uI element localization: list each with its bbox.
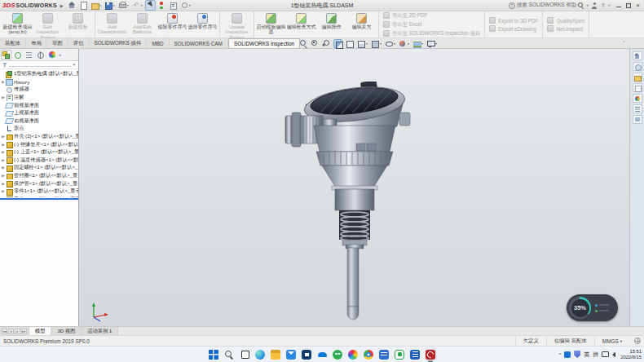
edit-vendors-button[interactable]: 编辑卖方	[346, 12, 377, 29]
display-style-button[interactable]: ▾	[369, 39, 382, 48]
graphics-area[interactable]: 35%	[79, 49, 629, 326]
help-icon[interactable]: ?	[601, 2, 604, 8]
ime-pinyin-indicator[interactable]: 拼	[593, 351, 598, 359]
zoom-to-fit-button[interactable]	[298, 39, 309, 48]
tab-scroll-button[interactable]: ▸▸	[21, 329, 27, 334]
tree-item[interactable]: ▶注解	[0, 94, 78, 102]
tree-item[interactable]: ▶(-) 绝缘垫片<1> (默认<<默认>_显	[0, 140, 78, 148]
rebuild-button[interactable]	[157, 0, 167, 11]
tree-item[interactable]: ▶(-) 温度传感器<1> (默认<<默认>_	[0, 157, 78, 165]
minimize-button[interactable]	[616, 3, 621, 8]
document-tab-3[interactable]: 运动算例 1	[82, 327, 118, 335]
docs-app-taskbar-button[interactable]	[394, 348, 406, 360]
login-user-icon[interactable]	[591, 2, 598, 9]
new-document-button[interactable]	[78, 0, 89, 11]
tree-item[interactable]: 1型铠装热电偶 (默认<默认_显示状-1	[0, 70, 78, 78]
dropdown-caret-icon[interactable]: ▾	[189, 3, 191, 7]
task-view-taskbar-button[interactable]	[239, 348, 251, 360]
search-caret-icon[interactable]: ▾	[586, 3, 588, 7]
tree-item[interactable]: ▶固定螺栓<1> (默认<<默认>_显示状	[0, 164, 78, 172]
tree-item[interactable]: ▶零件1<1> (默认<<默认>_显示状态	[0, 188, 78, 196]
dropdown-caret-icon[interactable]: ▾	[408, 42, 409, 46]
dropdown-caret-icon[interactable]: ▾	[380, 42, 382, 46]
file-properties-button[interactable]	[168, 0, 179, 11]
tab-草图[interactable]: 草图	[47, 38, 68, 48]
tree-item[interactable]: ▶(-) 上盖<1> (默认<<默认>_显示状	[0, 148, 78, 157]
dropdown-caret-icon[interactable]: ▾	[366, 42, 368, 46]
tree-filter[interactable]: ▼	[0, 61, 78, 69]
word-taskbar-button[interactable]	[409, 348, 421, 360]
filter-caret-icon[interactable]: ▼	[73, 63, 76, 67]
close-button[interactable]: ×	[636, 3, 640, 8]
help-caret-icon[interactable]: ▾	[608, 3, 610, 7]
tab-scroll-button[interactable]: ◂◂	[2, 329, 7, 334]
filter-input[interactable]	[9, 64, 71, 67]
open-document-button[interactable]: ▾	[90, 0, 103, 11]
menu-expand-arrow-icon[interactable]: ▶	[60, 3, 64, 8]
document-tab-2[interactable]: 3D 视图	[51, 327, 82, 335]
tab-布局[interactable]: 布局	[26, 38, 47, 48]
remove-balloons-button[interactable]: 移除零件序号	[157, 12, 187, 29]
dropdown-caret-icon[interactable]: ▾	[113, 3, 115, 7]
store-taskbar-button[interactable]	[301, 348, 313, 360]
select-button[interactable]	[145, 0, 156, 11]
tab-装配体[interactable]: 装配体	[0, 38, 26, 48]
design-library-icon[interactable]	[633, 62, 642, 71]
edit-methods-button[interactable]: 编辑检查方式	[286, 12, 316, 29]
collapse-commandmanager-icon[interactable]: ⌃	[622, 40, 626, 46]
view-palette-icon[interactable]	[633, 83, 642, 92]
undo-button[interactable]: ↶▾	[131, 0, 144, 11]
template-editor-button[interactable]: 启动模板编辑器	[256, 12, 286, 35]
select-balloons-button[interactable]: 选择零件序号	[187, 12, 218, 29]
solidworks-forum-icon[interactable]	[633, 115, 642, 124]
view-orientation-button[interactable]: ▾	[355, 39, 368, 48]
dropdown-caret-icon[interactable]: ▾	[435, 42, 437, 46]
dropdown-caret-icon[interactable]: ▾	[127, 3, 129, 7]
tab-scroll-button[interactable]: ▸	[15, 329, 20, 334]
edit-appearance-button[interactable]: ▾	[397, 39, 410, 48]
clock[interactable]: 15:51 2022/8/15	[620, 349, 642, 360]
dimxpertmanager-tab[interactable]	[35, 50, 46, 60]
messaging-app-taskbar-button[interactable]	[332, 348, 344, 360]
onedrive-taskbar-button[interactable]	[316, 348, 329, 360]
section-view-button[interactable]	[333, 39, 343, 48]
mail-taskbar-button[interactable]	[285, 348, 298, 360]
ime-language-indicator[interactable]: 英	[584, 351, 589, 359]
tree-item[interactable]: ▶外壳 (2)<1> (默认<<默认>_显示状	[0, 133, 78, 141]
new-inspection-button[interactable]: 新建检查项目 (amp,fri)	[2, 12, 33, 35]
tab-scroll-button[interactable]: ◂	[8, 329, 14, 334]
view-settings-button[interactable]: ▾	[425, 39, 438, 48]
file-explorer-icon[interactable]	[633, 73, 642, 82]
security-shield-icon[interactable]	[574, 351, 580, 358]
panel-tabs-overflow-icon[interactable]: »	[58, 52, 62, 57]
print-button[interactable]: ▾	[117, 0, 130, 11]
search-taskbar-button[interactable]	[223, 348, 236, 360]
tree-item[interactable]: ▶保护管<1> (默认<<默认>_显示状	[0, 179, 78, 188]
save-button[interactable]: ▾	[104, 0, 117, 11]
home-button[interactable]	[67, 0, 77, 11]
tree-item[interactable]: ▶密封圈<1> (默认<<默认>_显示状	[0, 172, 78, 180]
volume-icon[interactable]	[612, 352, 615, 357]
tray-chevron-icon[interactable]: ^	[558, 352, 561, 357]
hide-show-items-button[interactable]: ▾	[383, 39, 396, 48]
configurationmanager-tab[interactable]	[24, 50, 34, 60]
featuremanager-design-tree-tab[interactable]	[1, 50, 11, 60]
tab-评估[interactable]: 评估	[68, 38, 90, 48]
tab-mbd[interactable]: MBD	[147, 38, 169, 48]
units-caret-icon[interactable]: ▾	[620, 339, 622, 343]
custom-properties-icon[interactable]	[633, 104, 642, 113]
restore-button[interactable]	[626, 3, 631, 8]
appearances-scenes-icon[interactable]	[633, 94, 642, 103]
solidworks-taskbar-button[interactable]	[425, 348, 437, 360]
apply-scene-button[interactable]: ▾	[411, 39, 424, 48]
performance-overlay[interactable]: 35%	[567, 294, 618, 321]
dynamic-annotation-views-button[interactable]	[344, 39, 355, 48]
start-taskbar-button[interactable]	[208, 348, 220, 360]
dropdown-caret-icon[interactable]: ▾	[141, 3, 143, 7]
tree-item[interactable]: 前视基准面	[0, 101, 78, 109]
dropdown-caret-icon[interactable]: ▾	[99, 3, 101, 7]
tree-item[interactable]: ▶History	[0, 78, 78, 86]
notes-app-taskbar-button[interactable]	[378, 348, 390, 360]
armored-thermocouple-model[interactable]	[265, 82, 444, 322]
options-button[interactable]: ▾	[179, 0, 192, 11]
